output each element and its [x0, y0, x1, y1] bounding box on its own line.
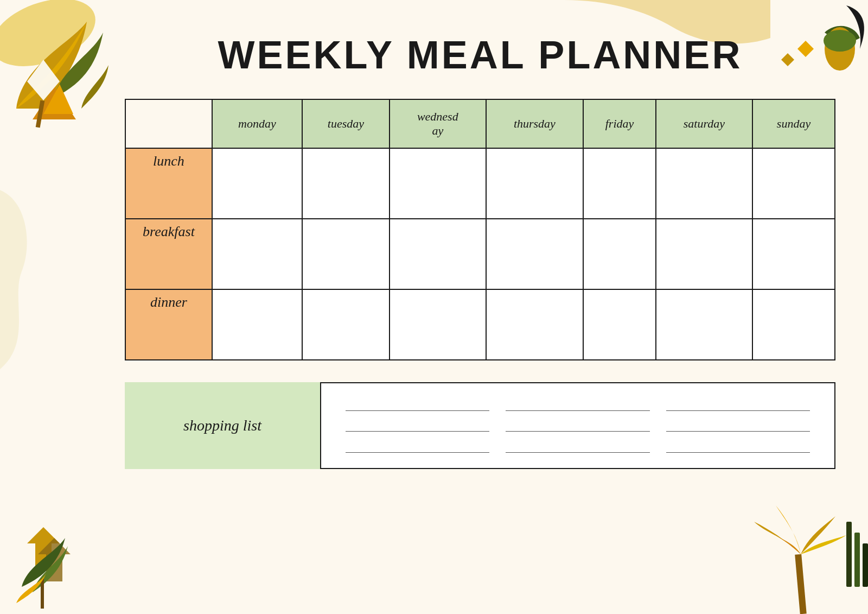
shopping-line-2[interactable]	[506, 410, 649, 411]
cell-dinner-monday[interactable]	[212, 289, 302, 360]
cell-dinner-sunday[interactable]	[752, 289, 835, 360]
cell-dinner-wednesday[interactable]	[390, 289, 486, 360]
left-blob-decoration	[0, 163, 65, 380]
cell-breakfast-saturday[interactable]	[656, 219, 752, 289]
page-title: WEEKLY MEAL PLANNER	[125, 33, 835, 77]
shopping-line-8[interactable]	[506, 452, 649, 453]
table-row-lunch: lunch	[125, 148, 835, 219]
cell-dinner-saturday[interactable]	[656, 289, 752, 360]
shopping-list-label: shopping list	[125, 382, 320, 469]
svg-rect-9	[846, 522, 852, 587]
cell-lunch-thursday[interactable]	[486, 148, 584, 219]
main-content: WEEKLY MEAL PLANNER monday tuesday wedne…	[125, 33, 835, 469]
day-header-wednesday: wednesday	[390, 99, 486, 148]
table-row-dinner: dinner	[125, 289, 835, 360]
shopping-list-section: shopping list	[125, 382, 835, 469]
day-header-thursday: thursday	[486, 99, 584, 148]
cell-breakfast-thursday[interactable]	[486, 219, 584, 289]
shopping-line-7[interactable]	[346, 452, 489, 453]
empty-header-cell	[125, 99, 212, 148]
day-header-saturday: saturday	[656, 99, 752, 148]
row-label-lunch: lunch	[125, 148, 212, 219]
cell-dinner-friday[interactable]	[583, 289, 656, 360]
cell-breakfast-tuesday[interactable]	[302, 219, 390, 289]
shopping-line-5[interactable]	[506, 431, 649, 432]
shopping-line-1[interactable]	[346, 410, 489, 411]
cell-dinner-tuesday[interactable]	[302, 289, 390, 360]
shopping-line-6[interactable]	[666, 431, 810, 432]
cell-lunch-friday[interactable]	[583, 148, 656, 219]
meal-planner-table: monday tuesday wednesday thursday friday…	[125, 99, 835, 360]
shopping-line-4[interactable]	[346, 431, 489, 432]
cell-lunch-tuesday[interactable]	[302, 148, 390, 219]
cell-lunch-wednesday[interactable]	[390, 148, 486, 219]
cell-lunch-saturday[interactable]	[656, 148, 752, 219]
day-header-monday: monday	[212, 99, 302, 148]
svg-rect-10	[854, 533, 860, 587]
shopping-list-lines	[320, 382, 835, 469]
top-left-decoration	[0, 0, 141, 130]
shopping-line-3[interactable]	[666, 410, 810, 411]
page: WEEKLY MEAL PLANNER monday tuesday wedne…	[0, 0, 868, 614]
row-label-dinner: dinner	[125, 289, 212, 360]
svg-rect-8	[795, 554, 807, 614]
cell-lunch-sunday[interactable]	[752, 148, 835, 219]
cell-breakfast-friday[interactable]	[583, 219, 656, 289]
svg-rect-7	[41, 579, 44, 609]
cell-breakfast-wednesday[interactable]	[390, 219, 486, 289]
bottom-left-decoration	[11, 500, 108, 609]
cell-dinner-thursday[interactable]	[486, 289, 584, 360]
table-row-breakfast: breakfast	[125, 219, 835, 289]
shopping-line-9[interactable]	[666, 452, 810, 453]
row-label-breakfast: breakfast	[125, 219, 212, 289]
bottom-right-decoration	[743, 489, 868, 614]
day-header-friday: friday	[583, 99, 656, 148]
cell-breakfast-monday[interactable]	[212, 219, 302, 289]
cell-lunch-monday[interactable]	[212, 148, 302, 219]
day-header-sunday: sunday	[752, 99, 835, 148]
cell-breakfast-sunday[interactable]	[752, 219, 835, 289]
svg-rect-11	[863, 543, 868, 587]
day-header-tuesday: tuesday	[302, 99, 390, 148]
